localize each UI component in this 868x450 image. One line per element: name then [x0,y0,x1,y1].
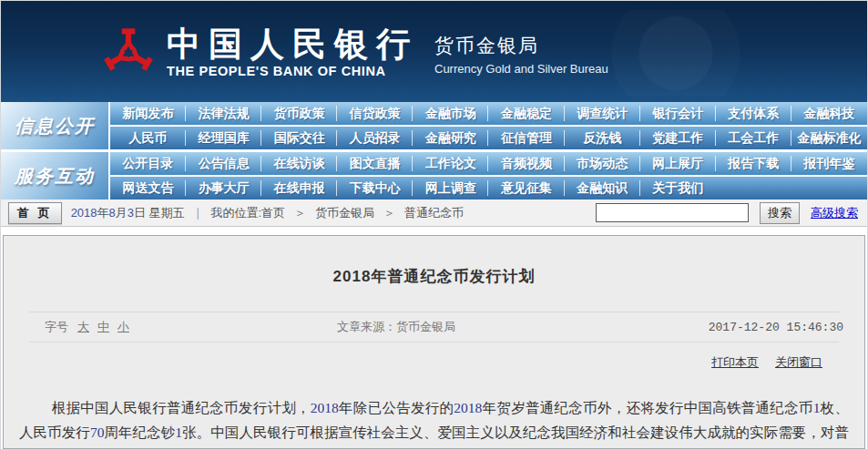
nav-item[interactable]: 金融标准化 [791,127,867,149]
current-date: 2018年8月3日 星期五 [71,205,185,221]
search-button[interactable]: 搜索 [760,202,800,224]
bureau-name-cn: 货币金银局 [434,33,608,58]
nav-item[interactable]: 党建工作 [640,127,716,149]
nav-item[interactable]: 金融科技 [791,102,867,125]
nav-item[interactable]: 公开目录 [110,152,186,175]
nav-item[interactable]: 网上调查 [413,177,488,199]
article-body: 根据中国人民银行普通纪念币发行计划，2018年除已公告发行的2018年贺岁普通纪… [4,395,864,449]
home-button[interactable]: 首 页 [8,202,62,224]
nav-item[interactable]: 人民币 [110,127,186,149]
nav-item[interactable]: 关于我们 [640,177,716,199]
nav-row: 人民币经理国库国际交往人员招录金融研究征信管理反洗钱党建工作工会工作金融标准化 [110,127,867,149]
nav-item[interactable]: 金融研究 [413,127,488,149]
article-timestamp: 2017-12-20 15:46:30 [709,321,864,334]
nav-item[interactable]: 报告下载 [716,152,791,175]
nav-section-info: 信息公开 新闻发布法律法规货币政策信贷政策金融市场金融稳定调查统计银行会计支付体… [1,102,867,149]
nav-row: 公开目录公告信息在线访谈图文直播工作论文音频视频市场动态网上展厅报告下载报刊年鉴 [110,152,867,175]
font-size-large-link[interactable]: 大 [77,319,89,335]
pboc-logo-icon [103,24,154,80]
article-panel: 2018年普通纪念币发行计划 字号 大 中 小 文章来源：货币金银局 2017-… [3,235,865,449]
bank-name-en: THE PEOPLE'S BANK OF CHINA [167,64,418,78]
nav-item[interactable]: 意见征集 [488,177,564,199]
nav-item[interactable]: 国际交往 [261,127,337,149]
main-nav: 信息公开 新闻发布法律法规货币政策信贷政策金融市场金融稳定调查统计银行会计支付体… [1,102,867,199]
nav-section-label-service[interactable]: 服务互动 [1,152,108,199]
nav-item[interactable]: 在线访谈 [261,152,337,175]
nav-item[interactable]: 报刊年鉴 [791,152,867,175]
chevron-right-icon: ＞ [383,205,395,221]
search-input[interactable] [596,203,749,222]
breadcrumb: 我的位置:首页＞货币金银局＞普通纪念币 [210,205,464,221]
advanced-search-link[interactable]: 高级搜索 [811,205,858,221]
font-size-small-link[interactable]: 小 [117,319,129,335]
nav-item[interactable]: 金融市场 [413,102,488,125]
bank-titles: 中国人民银行 THE PEOPLE'S BANK OF CHINA [167,26,418,78]
nav-section-service: 服务互动 公开目录公告信息在线访谈图文直播工作论文音频视频市场动态网上展厅报告下… [1,152,867,199]
nav-item[interactable]: 网上展厅 [640,152,716,175]
article-actions: 打印本页 关闭窗口 [4,343,864,371]
article-meta: 字号 大 中 小 文章来源：货币金银局 2017-12-20 15:46:30 [4,312,864,342]
nav-item[interactable]: 工作论文 [413,152,488,175]
site-header: 中国人民银行 THE PEOPLE'S BANK OF CHINA 货币金银局 … [1,1,867,102]
nav-item[interactable]: 金融知识 [565,177,640,199]
breadcrumb-item[interactable]: 货币金银局 [315,205,374,221]
nav-row: 新闻发布法律法规货币政策信贷政策金融市场金融稳定调查统计银行会计支付体系金融科技 [110,102,867,125]
font-size-label: 字号 [45,319,68,335]
nav-item[interactable]: 信贷政策 [337,102,413,125]
nav-item[interactable]: 新闻发布 [110,102,186,125]
spacer [1,227,867,235]
nav-item[interactable]: 征信管理 [488,127,564,149]
bureau-name-en: Currency Gold and Silver Bureau [434,62,608,76]
breadcrumb-item[interactable]: 普通纪念币 [404,205,464,221]
nav-item[interactable]: 办事大厅 [186,177,261,199]
page: 中国人民银行 THE PEOPLE'S BANK OF CHINA 货币金银局 … [0,0,868,450]
search-area: 搜索 高级搜索 [596,202,858,224]
nav-item[interactable]: 网送文告 [110,177,186,199]
breadcrumb-location[interactable]: 我的位置:首页 [210,205,285,221]
nav-item[interactable]: 工会工作 [716,127,791,149]
page-title: 2018年普通纪念币发行计划 [4,236,864,287]
close-window-link[interactable]: 关闭窗口 [775,354,822,371]
nav-item[interactable]: 反洗钱 [565,127,640,149]
chevron-right-icon: ＞ [294,205,306,221]
breadcrumb-bar: 首 页 2018年8月3日 星期五 ｜ 我的位置:首页＞货币金银局＞普通纪念币 … [1,199,867,227]
nav-item[interactable]: 人员招录 [337,127,413,149]
nav-item[interactable]: 调查统计 [565,102,640,125]
nav-row: 网送文告办事大厅在线申报下载中心网上调查意见征集金融知识关于我们 [110,177,867,199]
print-page-link[interactable]: 打印本页 [711,354,759,371]
separator: ｜ [192,205,204,221]
nav-item[interactable]: 金融稳定 [488,102,564,125]
nav-item[interactable]: 下载中心 [337,177,413,199]
nav-item[interactable]: 市场动态 [565,152,640,175]
nav-item[interactable]: 银行会计 [640,102,716,125]
nav-section-label-info[interactable]: 信息公开 [1,102,108,149]
nav-item[interactable]: 货币政策 [261,102,337,125]
font-size-medium-link[interactable]: 中 [97,319,109,335]
bureau-titles: 货币金银局 Currency Gold and Silver Bureau [434,27,608,76]
nav-item[interactable]: 支付体系 [716,102,791,125]
bank-name-cn: 中国人民银行 [167,26,418,62]
nav-item[interactable]: 图文直播 [337,152,413,175]
article-source: 文章来源：货币金银局 [337,319,455,335]
nav-item[interactable]: 公告信息 [186,152,261,175]
nav-item[interactable]: 法律法规 [186,102,261,125]
nav-item[interactable]: 经理国库 [186,127,261,149]
nav-item[interactable]: 音频视频 [488,152,564,175]
nav-item[interactable]: 在线申报 [261,177,337,199]
